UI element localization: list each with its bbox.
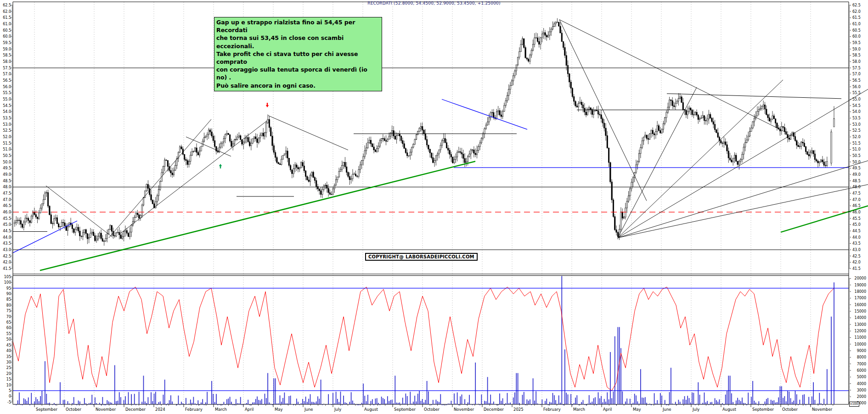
svg-text:45: 45 [6,343,11,347]
svg-text:August: August [722,407,736,412]
svg-text:49.0: 49.0 [3,173,11,177]
svg-text:55.5: 55.5 [3,91,11,95]
svg-text:52.0: 52.0 [3,135,11,139]
svg-text:10000: 10000 [855,342,866,347]
svg-text:16000: 16000 [855,303,866,307]
svg-text:42.5: 42.5 [3,254,11,258]
svg-text:50.0: 50.0 [3,160,11,164]
svg-text:45.5: 45.5 [852,217,861,221]
svg-text:57.5: 57.5 [3,66,11,70]
annotation-note[interactable]: Gap up e strappo rialzista fino ai 54,45… [214,17,382,91]
svg-text:44.0: 44.0 [852,235,861,240]
svg-text:57.0: 57.0 [852,72,861,76]
svg-text:June: June [304,407,313,412]
svg-text:60.0: 60.0 [3,34,11,39]
svg-text:October: October [782,407,798,412]
svg-text:52.5: 52.5 [852,129,861,133]
svg-text:20000: 20000 [855,276,866,280]
svg-text:3000: 3000 [857,388,866,392]
svg-text:September: September [394,407,416,412]
svg-text:53.5: 53.5 [3,116,11,120]
svg-text:54.0: 54.0 [852,110,861,114]
svg-text:60.0: 60.0 [852,34,861,39]
svg-text:47.0: 47.0 [3,198,11,202]
svg-text:56.5: 56.5 [852,78,861,83]
svg-text:105: 105 [4,275,11,279]
annotation-line: che torna sui 53,45 in close con scambi … [216,34,380,50]
svg-text:49.5: 49.5 [852,166,861,170]
svg-text:43.0: 43.0 [852,248,861,252]
svg-text:44.5: 44.5 [852,229,861,233]
svg-text:October: October [424,407,440,412]
svg-text:54.0: 54.0 [3,110,11,114]
svg-text:November: November [454,407,474,412]
svg-text:10: 10 [6,383,11,387]
svg-text:8000: 8000 [857,355,866,359]
svg-text:6000: 6000 [857,369,866,373]
svg-text:70: 70 [6,315,11,319]
svg-text:7000: 7000 [857,362,866,366]
svg-text:90: 90 [6,292,11,296]
svg-text:55.5: 55.5 [852,91,861,95]
svg-text:47.0: 47.0 [852,198,861,202]
svg-text:85: 85 [6,297,11,302]
svg-text:41.5: 41.5 [852,267,861,271]
svg-text:45.0: 45.0 [852,223,861,227]
svg-text:51.5: 51.5 [852,141,861,145]
svg-text:15: 15 [6,377,11,381]
svg-text:56.5: 56.5 [3,78,11,83]
svg-text:0: 0 [9,394,11,398]
svg-text:53.5: 53.5 [852,116,861,120]
svg-text:2000: 2000 [857,395,866,399]
svg-text:52.0: 52.0 [852,135,861,139]
svg-text:60.5: 60.5 [852,28,861,33]
svg-text:57.0: 57.0 [3,72,11,76]
price-volume-chart-canvas[interactable]: 41.541.542.042.042.542.543.043.043.543.5… [0,0,868,414]
svg-text:55.0: 55.0 [3,97,11,101]
svg-text:4000: 4000 [857,382,866,386]
chart-window: 41.541.542.042.042.542.543.043.043.543.5… [0,0,868,414]
svg-text:61.5: 61.5 [3,16,11,20]
svg-text:19000: 19000 [855,283,866,287]
svg-text:58.5: 58.5 [3,53,11,57]
svg-text:December: December [125,407,146,412]
svg-text:75: 75 [6,309,11,313]
svg-text:42.0: 42.0 [3,260,11,264]
svg-text:54.5: 54.5 [3,104,11,108]
svg-text:45.0: 45.0 [3,223,11,227]
svg-text:47.5: 47.5 [852,191,861,196]
svg-text:August: August [364,407,378,412]
svg-text:53.0: 53.0 [3,123,11,127]
svg-text:61.0: 61.0 [3,22,11,26]
svg-text:43.0: 43.0 [3,248,11,252]
svg-text:2024: 2024 [155,407,165,412]
svg-text:12000: 12000 [855,329,866,333]
volume-multiplier-badge: x100 [849,402,859,407]
svg-text:44.0: 44.0 [3,235,11,240]
svg-text:March: March [573,407,585,412]
svg-text:95: 95 [6,286,11,291]
svg-text:56.0: 56.0 [3,85,11,89]
svg-text:57.5: 57.5 [852,66,861,70]
svg-text:51.5: 51.5 [3,141,11,145]
svg-text:43.5: 43.5 [3,241,11,246]
svg-text:49.5: 49.5 [3,166,11,170]
svg-text:46.0: 46.0 [852,210,861,214]
annotation-line: Può salire ancora in ogni caso. [216,82,380,90]
svg-text:100: 100 [4,280,11,285]
annotation-line: Gap up e strappo rialzista fino ai 54,45… [216,18,380,34]
svg-text:March: March [215,407,227,412]
svg-text:9000: 9000 [857,349,866,353]
svg-text:52.5: 52.5 [3,129,11,133]
svg-text:November: November [812,407,833,412]
svg-text:April: April [603,407,612,412]
svg-text:80: 80 [6,303,11,308]
svg-text:54.5: 54.5 [852,104,861,108]
svg-text:48.5: 48.5 [852,179,861,183]
svg-text:50.5: 50.5 [852,154,861,158]
svg-text:42.5: 42.5 [852,254,861,258]
svg-text:5: 5 [9,389,11,393]
svg-text:46.5: 46.5 [852,204,861,208]
svg-text:42.0: 42.0 [852,260,861,264]
svg-text:43.5: 43.5 [852,241,861,246]
